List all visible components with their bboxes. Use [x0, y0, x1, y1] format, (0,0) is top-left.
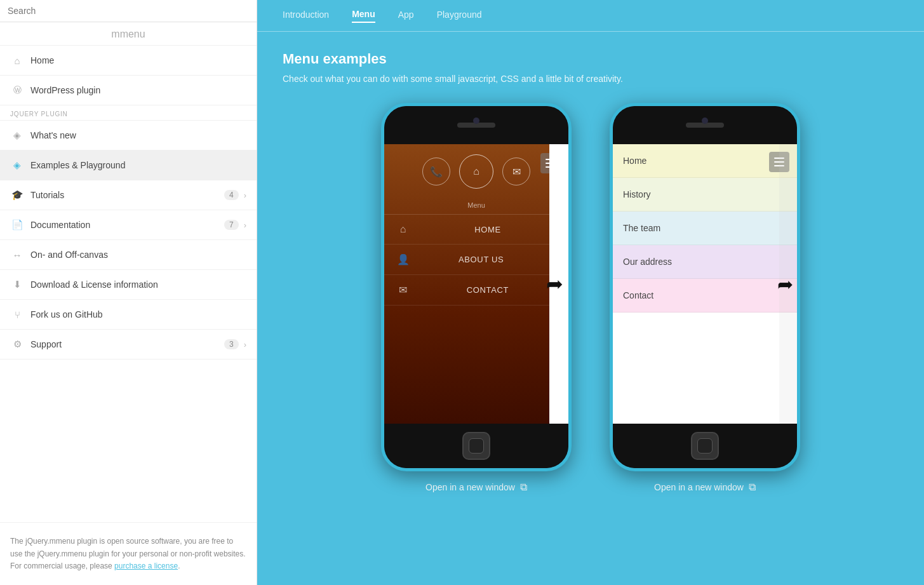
- phone2-history-label: History: [623, 189, 651, 199]
- phone2-menu-items: Home History The team Our address: [613, 144, 797, 424]
- support-badge: 3: [224, 339, 239, 349]
- phone2-contact-label: Contact: [623, 290, 653, 300]
- phone1-home-icon: ⌂: [459, 154, 493, 189]
- jquery-plugin-section-label: JQUERY PLUGIN: [0, 105, 257, 121]
- phone1-screen: 📞 ⌂ ✉ Menu: [384, 144, 568, 424]
- phone1-top: [384, 106, 568, 144]
- sidebar-item-support-label: Support: [30, 339, 62, 349]
- sidebar-item-examples-label: Examples & Playground: [30, 160, 125, 170]
- wordpress-icon: Ⓦ: [10, 83, 24, 97]
- sidebar-item-fork-label: Fork us on GitHub: [30, 309, 103, 319]
- phone1-about-icon: 👤: [397, 253, 410, 266]
- page-subtitle: Check out what you can do with some smal…: [283, 74, 899, 84]
- phone1-arrow-icon: ➦: [546, 272, 563, 296]
- documentation-badge: 7: [224, 220, 239, 230]
- phone2-arrow-icon: ➦: [777, 273, 793, 295]
- sidebar-item-home-label: Home: [30, 55, 54, 65]
- sidebar-nav: ⌂ Home Ⓦ WordPress plugin JQUERY PLUGIN …: [0, 46, 257, 522]
- sidebar-item-tutorials[interactable]: 🎓 Tutorials 4 ›: [0, 180, 257, 210]
- phone2-screen: Home History The team Our address: [613, 144, 797, 424]
- home-icon: ⌂: [10, 53, 24, 67]
- sidebar-item-support[interactable]: ⚙ Support 3 ›: [0, 330, 257, 360]
- sidebar: mmenu ⌂ Home Ⓦ WordPress plugin JQUERY P…: [0, 0, 257, 585]
- sidebar-brand: mmenu: [0, 22, 257, 46]
- sidebar-item-wordpress[interactable]: Ⓦ WordPress plugin: [0, 76, 257, 105]
- phone2-nav-contact[interactable]: Contact: [613, 279, 797, 313]
- tutorials-badge: 4: [224, 190, 239, 200]
- search-input[interactable]: [8, 6, 249, 16]
- phone2-nav-team[interactable]: The team: [613, 212, 797, 245]
- phone1-external-link-icon: ⧉: [520, 481, 527, 493]
- documentation-icon: 📄: [10, 218, 24, 232]
- phone1-home-button-inner: [469, 438, 484, 454]
- sidebar-footer: The jQuery.mmenu plugin is open source s…: [0, 522, 257, 585]
- examples-icon: ◈: [10, 158, 24, 172]
- phone1-home-label: HOME: [420, 225, 556, 234]
- phone2-bottom: [613, 424, 797, 468]
- phones-row: 📞 ⌂ ✉ Menu: [283, 103, 899, 493]
- tab-app[interactable]: App: [398, 10, 414, 22]
- documentation-chevron-icon: ›: [244, 220, 246, 230]
- phone1-contact-label: CONTACT: [420, 285, 556, 295]
- phone2-open-link-text: Open in a new window: [654, 482, 744, 492]
- main-content-area: Introduction Menu App Playground Menu ex…: [257, 0, 924, 585]
- phone2-address-label: Our address: [623, 257, 672, 267]
- phone1-menu-label: Menu: [384, 199, 568, 215]
- sidebar-item-fork[interactable]: ⑂ Fork us on GitHub: [0, 300, 257, 330]
- phone1-nav-contact[interactable]: ✉ CONTACT: [384, 275, 568, 306]
- main-content: Menu examples Check out what you can do …: [257, 32, 924, 585]
- phone1-about-label: ABOUT US: [420, 255, 542, 264]
- phone1-open-link[interactable]: Open in a new window ⧉: [425, 481, 527, 493]
- sidebar-item-download-label: Download & License information: [30, 279, 158, 290]
- page-title: Menu examples: [283, 51, 899, 67]
- sidebar-item-home[interactable]: ⌂ Home: [0, 46, 257, 76]
- sidebar-item-examples[interactable]: ◈ Examples & Playground: [0, 151, 257, 180]
- purchase-license-link[interactable]: purchase a license: [114, 561, 178, 570]
- sidebar-item-wordpress-label: WordPress plugin: [30, 85, 100, 95]
- fork-icon: ⑂: [10, 307, 24, 321]
- support-icon: ⚙: [10, 337, 24, 351]
- sidebar-item-download[interactable]: ⬇ Download & License information: [0, 270, 257, 300]
- phone1-contact-icon: ✉: [397, 284, 410, 296]
- tab-playground[interactable]: Playground: [437, 10, 482, 22]
- phone2-team-label: The team: [623, 223, 660, 233]
- phone1-call-icon: 📞: [422, 158, 450, 185]
- phone1-container: 📞 ⌂ ✉ Menu: [381, 103, 572, 493]
- phone2-home-button[interactable]: [691, 432, 719, 460]
- tutorials-icon: 🎓: [10, 188, 24, 202]
- phone2-external-link-icon: ⧉: [749, 481, 756, 493]
- sidebar-item-on-off-label: On- and Off-canvas: [30, 250, 108, 260]
- phone1-nav-home[interactable]: ⌂ HOME: [384, 215, 568, 245]
- tutorials-chevron-icon: ›: [244, 191, 246, 200]
- support-chevron-icon: ›: [244, 340, 246, 349]
- phone1-camera: [473, 118, 479, 124]
- sidebar-item-whats-new-label: What's new: [30, 130, 76, 140]
- phone1: 📞 ⌂ ✉ Menu: [381, 103, 572, 471]
- tab-menu[interactable]: Menu: [352, 9, 375, 23]
- on-off-icon: ↔: [10, 248, 24, 262]
- phone2-top: [613, 106, 797, 144]
- sidebar-item-tutorials-label: Tutorials: [30, 190, 64, 200]
- phone1-open-link-text: Open in a new window: [425, 482, 515, 492]
- tab-introduction[interactable]: Introduction: [283, 10, 329, 22]
- phone2-camera: [702, 118, 708, 124]
- phone1-home-icon: ⌂: [397, 224, 410, 235]
- sidebar-item-documentation-label: Documentation: [30, 220, 90, 230]
- phone2-home-button-inner: [697, 438, 713, 454]
- search-box[interactable]: [0, 0, 257, 22]
- phone1-mail-icon: ✉: [502, 158, 530, 185]
- whats-new-icon: ◈: [10, 128, 24, 142]
- phone2: Home History The team Our address: [610, 103, 800, 471]
- sidebar-item-on-off[interactable]: ↔ On- and Off-canvas: [0, 240, 257, 270]
- sidebar-item-whats-new[interactable]: ◈ What's new: [0, 121, 257, 151]
- phone2-nav-address[interactable]: Our address: [613, 245, 797, 279]
- download-icon: ⬇: [10, 278, 24, 292]
- phone2-home-label: Home: [623, 156, 646, 166]
- phone1-bottom: [384, 424, 568, 468]
- phone2-container: Home History The team Our address: [610, 103, 800, 493]
- sidebar-item-documentation[interactable]: 📄 Documentation 7 ›: [0, 210, 257, 240]
- phone2-nav-history[interactable]: History: [613, 178, 797, 212]
- phone1-home-button[interactable]: [462, 432, 490, 460]
- phone2-open-link[interactable]: Open in a new window ⧉: [654, 481, 756, 493]
- phone1-nav-about[interactable]: 👤 ABOUT US ›: [384, 245, 568, 275]
